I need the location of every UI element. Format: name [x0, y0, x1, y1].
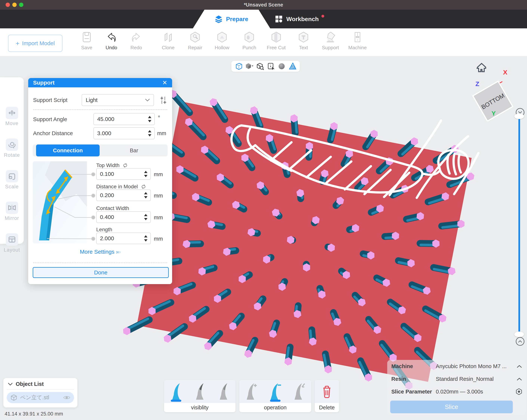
- length-input[interactable]: 2.000: [96, 232, 151, 244]
- delete-label: Delete: [315, 403, 339, 412]
- tool-layout[interactable]: Layout: [0, 233, 24, 253]
- machine-row[interactable]: Machine Anycubic Photon Mono M7 ...: [391, 363, 522, 369]
- title-bar: *Unsaved Scene: [0, 0, 527, 10]
- spinner-arrows[interactable]: [148, 128, 151, 139]
- done-button[interactable]: Done: [33, 267, 169, 278]
- plus-icon: +: [16, 40, 20, 47]
- viewport-3d[interactable]: Move Rotate Scale Mirror Layout Support …: [0, 56, 527, 420]
- support-button[interactable]: Support: [319, 30, 342, 55]
- contact-width-input[interactable]: 0.400: [96, 211, 151, 223]
- repair-button[interactable]: Repair: [184, 30, 206, 55]
- notification-dot: [321, 15, 324, 18]
- chevron-up-icon[interactable]: [516, 365, 522, 368]
- show-tip-supports-button[interactable]: [190, 381, 209, 402]
- support-add-icon: [245, 382, 258, 400]
- top-width-input[interactable]: 0.100: [96, 168, 151, 180]
- slice-parameter-row[interactable]: Slice Parameter 0.020mm — 3.000s: [391, 388, 522, 395]
- workbench-grid-icon: [275, 15, 283, 23]
- axis-y-label: Y: [492, 110, 496, 117]
- more-settings-link[interactable]: More Settings ›››: [28, 249, 172, 255]
- support-glyph-icon: [170, 382, 182, 400]
- visibility-eye-icon[interactable]: [63, 395, 70, 400]
- maximize-window-button[interactable]: [19, 3, 23, 7]
- support-glyph-icon: [218, 382, 230, 400]
- save-button[interactable]: Save: [76, 30, 98, 55]
- anchor-distance-input[interactable]: 3.000: [93, 127, 155, 139]
- tool-move[interactable]: Move: [0, 107, 24, 126]
- spinner-arrows[interactable]: [148, 114, 151, 125]
- undo-icon: [106, 31, 117, 43]
- z-clip-handle-top[interactable]: [514, 114, 524, 119]
- script-tune-icon[interactable]: [159, 96, 168, 105]
- support-angle-input[interactable]: 45.000: [93, 113, 155, 125]
- tool-rotate[interactable]: Rotate: [0, 138, 24, 158]
- slice-button[interactable]: Slice: [390, 400, 513, 413]
- tab-workbench[interactable]: Workbench: [275, 10, 325, 28]
- z-clip-handle-bottom[interactable]: [514, 332, 524, 337]
- view-toolbar: [231, 61, 300, 72]
- close-window-button[interactable]: [6, 3, 10, 7]
- slider-expand-icon[interactable]: [516, 337, 524, 346]
- distance-in-model-label: Distance in Model: [96, 184, 146, 190]
- remove-support-button[interactable]: [266, 381, 285, 402]
- spinner-arrows[interactable]: [144, 233, 147, 244]
- support-dialog: Support ✕ Support Script Light Support A…: [28, 78, 172, 284]
- clone-button[interactable]: Clone: [157, 30, 179, 55]
- add-support-button[interactable]: [242, 381, 261, 402]
- z-clip-track[interactable]: [518, 116, 520, 333]
- sync-icon[interactable]: [122, 162, 128, 168]
- import-model-button[interactable]: + Import Model: [8, 35, 62, 52]
- material-sphere-icon[interactable]: [277, 62, 286, 70]
- close-icon[interactable]: ✕: [162, 80, 167, 86]
- spinner-arrows[interactable]: [144, 190, 147, 201]
- shaded-cube-icon[interactable]: [245, 62, 253, 70]
- save-icon: [81, 31, 92, 43]
- delete-support-button[interactable]: [318, 381, 336, 402]
- operation-label: operation: [239, 403, 311, 412]
- active-indicator: [270, 400, 281, 402]
- wire-cube-icon[interactable]: [234, 62, 243, 70]
- hollow-icon: [216, 31, 228, 43]
- edit-support-button[interactable]: [290, 381, 308, 402]
- parameter-config-icon[interactable]: [516, 388, 522, 395]
- show-body-supports-button[interactable]: [214, 381, 233, 402]
- tool-scale[interactable]: Scale: [0, 170, 24, 190]
- axis-z-label: Z: [475, 80, 479, 88]
- mirror-icon: [8, 203, 16, 212]
- visibility-label: visiblity: [164, 403, 235, 412]
- delete-panel: Delete: [315, 380, 339, 412]
- resin-row[interactable]: Resin Standard Resin_Normal: [391, 376, 522, 382]
- redo-button[interactable]: Redo: [125, 30, 147, 55]
- move-icon: [8, 109, 16, 117]
- rotate-icon: [8, 140, 16, 149]
- punch-button[interactable]: Punch: [238, 30, 261, 55]
- support-view-icon[interactable]: [288, 62, 296, 70]
- undo-button[interactable]: Undo: [100, 30, 123, 55]
- zoom-model-icon[interactable]: [256, 62, 264, 70]
- home-view-icon: [477, 63, 486, 72]
- minimize-window-button[interactable]: [12, 3, 17, 7]
- sync-icon[interactable]: [141, 184, 146, 190]
- object-list-item[interactable]: ペン立て.stl: [7, 392, 74, 403]
- support-remove-icon: [269, 382, 282, 400]
- object-list-header[interactable]: Object List: [3, 378, 77, 387]
- chevron-down-icon: [145, 99, 150, 102]
- hollow-button[interactable]: Hollow: [211, 30, 233, 55]
- text-button[interactable]: Text: [292, 30, 315, 55]
- model-info-icon[interactable]: [267, 62, 275, 70]
- tab-prepare[interactable]: Prepare: [193, 10, 270, 28]
- distance-in-model-input[interactable]: 0.200: [96, 189, 151, 201]
- spinner-arrows[interactable]: [144, 212, 147, 222]
- support-script-select[interactable]: Light: [82, 94, 154, 106]
- free-cut-button[interactable]: Free Cut: [265, 30, 287, 55]
- tab-bar[interactable]: Bar: [100, 145, 168, 157]
- machine-button[interactable]: Machine: [346, 30, 369, 55]
- chevron-up-icon[interactable]: [516, 378, 522, 381]
- tool-mirror[interactable]: Mirror: [0, 202, 24, 221]
- connection-bar-tabs: Connection Bar: [33, 145, 168, 157]
- support-dialog-header[interactable]: Support ✕: [28, 78, 172, 87]
- spinner-arrows[interactable]: [144, 168, 147, 179]
- tab-connection[interactable]: Connection: [36, 145, 99, 157]
- top-width-label: Top Width: [96, 162, 128, 168]
- show-all-supports-button[interactable]: [167, 381, 185, 402]
